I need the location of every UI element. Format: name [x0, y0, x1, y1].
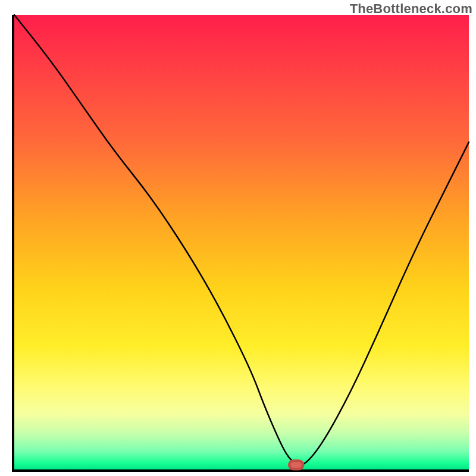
bottleneck-curve	[14, 15, 469, 465]
bottleneck-figure: TheBottleneck.com	[0, 0, 476, 476]
curve-svg	[14, 15, 469, 469]
plot-area	[12, 15, 469, 472]
optimal-point-marker	[289, 461, 303, 469]
